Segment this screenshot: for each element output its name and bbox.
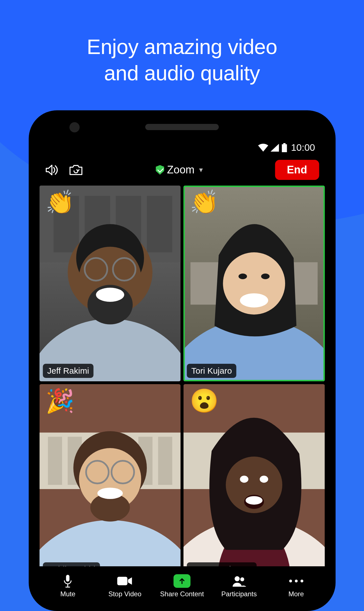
video-tile[interactable]: 👏 Tori Kujaro (184, 186, 325, 381)
video-tile[interactable]: 👏 Jeff Rakimi (39, 186, 181, 381)
promo-headline-line1: Enjoy amazing video (87, 35, 277, 59)
participants-icon (231, 574, 247, 588)
svg-point-43 (240, 476, 248, 483)
mute-button[interactable]: Mute (45, 574, 91, 598)
phone-frame: 10:00 (29, 110, 335, 611)
video-tile[interactable]: 🎉 Nabil Rashid (39, 384, 181, 580)
promo-headline-line2: and audio quality (104, 61, 260, 85)
svg-point-20 (240, 293, 268, 307)
phone-camera-dot (69, 122, 79, 132)
svg-rect-48 (117, 577, 128, 585)
svg-point-42 (245, 496, 262, 505)
switch-camera-icon[interactable] (68, 164, 83, 176)
more-button[interactable]: More (273, 574, 319, 598)
video-grid: 👏 Jeff Rakimi 👏 (36, 186, 328, 580)
mute-label: Mute (60, 590, 75, 598)
svg-rect-47 (66, 587, 70, 588)
shield-check-icon (156, 165, 164, 175)
svg-point-21 (238, 274, 247, 279)
microphone-icon (63, 574, 73, 588)
chevron-down-icon: ▾ (199, 165, 203, 174)
video-tile[interactable]: 😮 Karen Anderson (184, 384, 325, 580)
share-content-button[interactable]: Share Content (159, 574, 204, 598)
battery-icon (281, 143, 288, 152)
meeting-title-button[interactable]: Zoom ▾ (92, 164, 266, 176)
reaction-emoji: 👏 (190, 191, 219, 214)
signal-icon (271, 144, 279, 152)
more-ellipsis-icon (289, 574, 303, 588)
phone-screen: 10:00 (36, 135, 328, 603)
end-button[interactable]: End (275, 160, 319, 180)
share-screen-icon (173, 574, 190, 588)
svg-point-35 (97, 488, 123, 499)
svg-rect-46 (67, 584, 68, 587)
meeting-title-label: Zoom (167, 164, 195, 176)
participant-name-label: Tori Kujaro (187, 364, 236, 378)
speaker-audio-icon[interactable] (45, 164, 59, 176)
svg-point-15 (96, 288, 124, 302)
status-bar: 10:00 (36, 135, 328, 156)
svg-rect-0 (283, 143, 286, 144)
reaction-emoji: 👏 (46, 191, 74, 214)
meeting-bottom-bar: Mute Stop Video Share Content (36, 566, 328, 603)
svg-rect-7 (147, 196, 172, 252)
svg-rect-28 (158, 437, 172, 485)
video-camera-icon (117, 574, 133, 588)
participants-label: Participants (221, 590, 257, 598)
svg-point-50 (240, 577, 244, 581)
phone-speaker-slot (145, 124, 219, 130)
svg-rect-1 (282, 144, 287, 152)
svg-point-44 (260, 476, 268, 483)
status-time: 10:00 (291, 142, 315, 153)
wifi-icon (258, 144, 268, 152)
stop-video-label: Stop Video (108, 590, 141, 598)
promo-headline: Enjoy amazing video and audio quality (0, 0, 364, 86)
svg-rect-45 (66, 575, 70, 582)
reaction-emoji: 😮 (190, 389, 219, 412)
svg-point-22 (261, 274, 270, 279)
more-label: More (288, 590, 304, 598)
participant-name-label: Jeff Rakimi (43, 364, 94, 378)
svg-point-49 (234, 576, 240, 581)
svg-rect-25 (48, 437, 62, 485)
meeting-topbar: Zoom ▾ End (36, 156, 328, 186)
end-button-label: End (287, 164, 307, 176)
participants-button[interactable]: Participants (216, 574, 262, 598)
reaction-emoji: 🎉 (46, 389, 74, 412)
stop-video-button[interactable]: Stop Video (102, 574, 148, 598)
share-content-label: Share Content (160, 590, 204, 598)
